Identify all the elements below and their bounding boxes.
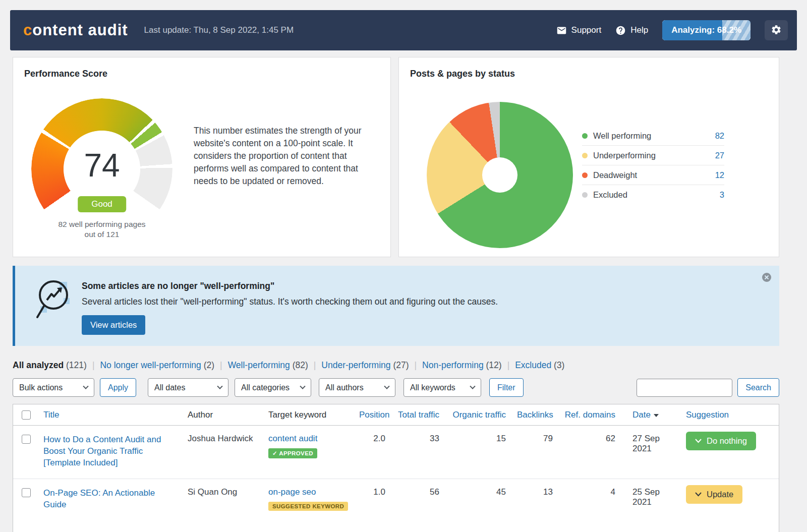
apply-button[interactable]: Apply [100, 378, 136, 397]
tab-separator: | [415, 360, 417, 371]
column-header-organic-traffic[interactable]: Organic traffic [445, 404, 512, 426]
support-link[interactable]: Support [556, 25, 602, 36]
organic-traffic-cell: 15 [445, 426, 512, 479]
column-header-total-traffic[interactable]: Total traffic [391, 404, 445, 426]
column-header-suggestion[interactable]: Suggestion [681, 404, 779, 426]
settings-button[interactable] [765, 20, 788, 40]
legend-value[interactable]: 27 [715, 151, 724, 160]
performance-score-title: Performance Score [13, 57, 390, 79]
chevron-down-icon [384, 383, 389, 389]
column-header-target-keyword: Target keyword [263, 404, 354, 426]
filter-button[interactable]: Filter [489, 378, 524, 397]
tab-separator: | [220, 360, 222, 371]
total-traffic-cell: 33 [391, 426, 445, 479]
column-header-title[interactable]: Title [38, 404, 183, 426]
author-cell: Si Quan Ong [183, 479, 263, 521]
gauge-rating-badge: Good [78, 196, 126, 212]
help-icon [615, 25, 626, 36]
column-header-ref-domains[interactable]: Ref. domains [559, 404, 621, 426]
excluded-dot [582, 192, 588, 198]
categories-select[interactable]: All categories [235, 378, 311, 397]
post-title-link[interactable]: How to Do a Content Audit and Boost Your… [43, 434, 178, 468]
keywords-select[interactable]: All keywords [404, 378, 481, 397]
gauge-caption-line2: out of 121 [31, 229, 172, 240]
gauge-value: 74 [31, 147, 172, 184]
analyzing-label: Analyzing: 68.2% [671, 25, 741, 35]
deadweight-dot [582, 172, 588, 178]
tab-excluded[interactable]: Excluded (3) [515, 360, 564, 371]
legend-value[interactable]: 82 [715, 131, 724, 141]
column-header-position[interactable]: Position [354, 404, 391, 426]
help-label: Help [630, 25, 648, 35]
date-cell: 27 Sep 2021 [621, 426, 681, 479]
tab-well-performing[interactable]: Well-performing (82) [228, 360, 308, 371]
help-link[interactable]: Help [615, 25, 648, 36]
mail-icon [556, 25, 567, 36]
tab-non-performing[interactable]: Non-performing (12) [422, 360, 502, 371]
magnifier-trend-icon [35, 278, 75, 335]
view-articles-button[interactable]: View articles [82, 315, 145, 335]
banner-body: Several articles lost their "well-perfor… [82, 297, 498, 307]
chevron-down-icon [470, 383, 475, 389]
notice-banner: Some articles are no longer "well-perfor… [13, 266, 779, 346]
select-all-checkbox[interactable] [22, 410, 31, 420]
search-button[interactable]: Search [737, 378, 779, 397]
suggestion-update-button[interactable]: Update [686, 485, 742, 504]
organic-traffic-cell: 45 [445, 479, 512, 521]
well-performing-dot [582, 133, 588, 139]
bulk-actions-select[interactable]: Bulk actions [13, 378, 94, 397]
target-keyword-link[interactable]: on-page seo [268, 487, 316, 497]
logo-text: ontent audit [32, 21, 128, 39]
column-header-date[interactable]: Date [621, 404, 681, 426]
dates-select[interactable]: All dates [148, 378, 228, 397]
date-cell: 25 Sep 2021 [621, 479, 681, 521]
status-legend: Well performing 82 Underperforming 27 De… [582, 126, 724, 248]
close-icon[interactable] [762, 273, 771, 282]
gear-icon [771, 24, 782, 37]
suggested-keyword-badge: SUGGESTED KEYWORD [268, 502, 348, 511]
approved-badge: ✓ APPROVED [268, 448, 317, 458]
post-title-link[interactable]: On-Page SEO: An Actionable Guide [43, 487, 178, 510]
tab-all-analyzed[interactable]: All analyzed (121) [13, 360, 87, 371]
suggestion-do-nothing-button[interactable]: Do nothing [686, 432, 756, 450]
column-header-backlinks[interactable]: Backlinks [512, 404, 559, 426]
analyzing-progress-button[interactable]: Analyzing: 68.2% [662, 20, 751, 40]
chevron-down-icon [695, 492, 702, 497]
author-cell: Joshua Hardwick [183, 426, 263, 479]
total-traffic-cell: 56 [391, 479, 445, 521]
legend-label: Well performing [593, 131, 651, 141]
tab-no-longer-well-performing[interactable]: No longer well-performing (2) [100, 360, 214, 371]
legend-value[interactable]: 12 [715, 170, 724, 180]
chevron-down-icon [217, 383, 222, 389]
legend-value[interactable]: 3 [720, 190, 724, 200]
tab-under-performing[interactable]: Under-performing (27) [321, 360, 409, 371]
tab-separator: | [314, 360, 316, 371]
column-header-author: Author [183, 404, 263, 426]
top-navbar: content audit Last update: Thu, 8 Sep 20… [10, 10, 797, 50]
sort-desc-icon [654, 414, 659, 417]
chevron-down-icon [83, 383, 88, 389]
underperforming-dot [582, 153, 588, 158]
posts-table: Title Author Target keyword Position Tot… [13, 404, 779, 532]
tab-separator: | [92, 360, 95, 371]
app-logo: content audit [23, 21, 128, 39]
gauge-caption-line1: 82 well performing pages [31, 219, 172, 229]
chevron-down-icon [695, 439, 702, 443]
gauge-caption: 82 well performing pages out of 121 [31, 219, 172, 240]
table-toolbar: Bulk actions Apply All dates All categor… [13, 378, 779, 397]
table-row: On-Page SEO: An Actionable Guide Si Quan… [13, 479, 779, 521]
legend-item-well-performing: Well performing 82 [582, 126, 724, 146]
row-checkbox[interactable] [22, 435, 31, 444]
row-checkbox[interactable] [22, 488, 31, 497]
legend-label: Underperforming [593, 151, 656, 160]
support-label: Support [571, 25, 602, 35]
score-description: This number estimates the strength of yo… [194, 125, 363, 240]
search-input[interactable] [637, 379, 732, 397]
legend-label: Excluded [593, 190, 627, 200]
legend-item-deadweight: Deadweight 12 [582, 165, 724, 185]
authors-select[interactable]: All authors [319, 378, 395, 397]
target-keyword-link[interactable]: content audit [268, 434, 317, 443]
table-header-row: Title Author Target keyword Position Tot… [13, 404, 779, 426]
banner-title: Some articles are no longer "well-perfor… [82, 281, 498, 291]
ref-domains-cell: 4 [559, 479, 621, 521]
